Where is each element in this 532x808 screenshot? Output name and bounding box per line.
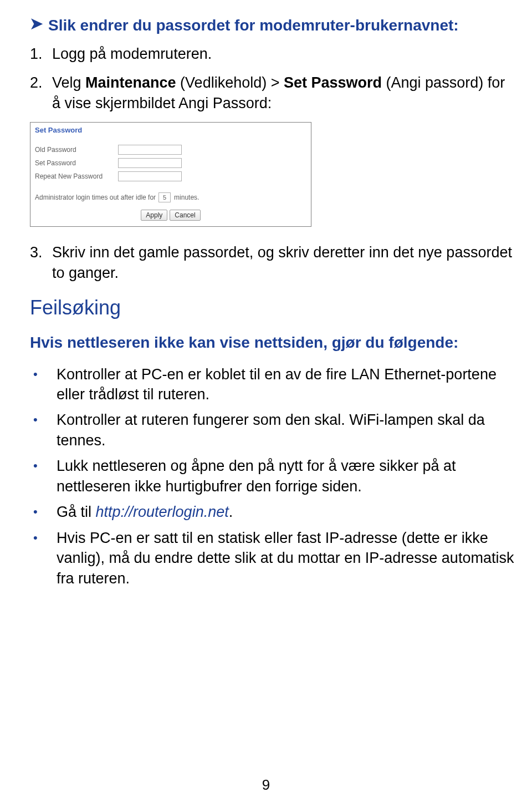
bullet-text: Lukk nettleseren og åpne den på nytt for… xyxy=(57,456,516,496)
list-item: • Hvis PC-en er satt til en statisk elle… xyxy=(30,528,516,588)
step-3: 3. Skriv inn det gamle passordet, og skr… xyxy=(30,242,516,283)
heading-text: Slik endrer du passordet for modemruter-… xyxy=(48,16,459,35)
list-item: • Lukk nettleseren og åpne den på nytt f… xyxy=(30,456,516,496)
step-2: 2. Velg Maintenance (Vedlikehold) > Set … xyxy=(30,73,516,113)
step-text: Skriv inn det gamle passordet, og skriv … xyxy=(52,242,516,283)
list-item: • Kontroller at ruteren fungerer som den… xyxy=(30,410,516,450)
troubleshooting-heading: Feilsøking xyxy=(30,296,516,319)
step-text: Logg på modemruteren. xyxy=(52,44,212,64)
numbered-steps: 1. Logg på modemruteren. 2. Velg Mainten… xyxy=(30,44,516,113)
troubleshoot-bullets: • Kontroller at PC-en er koblet til en a… xyxy=(30,364,516,588)
arrow-right-icon: ➤ xyxy=(30,16,43,33)
set-password-screenshot: Set Password Old Password Set Password R… xyxy=(30,122,311,227)
bullet-icon: • xyxy=(30,364,57,384)
bullet-icon: • xyxy=(30,456,57,475)
field-label: Old Password xyxy=(35,146,118,154)
timeout-input[interactable]: 5 xyxy=(158,192,171,202)
cancel-button[interactable]: Cancel xyxy=(170,210,200,221)
apply-button[interactable]: Apply xyxy=(141,210,167,221)
bullet-text: Kontroller at ruteren fungerer som den s… xyxy=(57,410,516,450)
bullet-icon: • xyxy=(30,528,57,547)
timeout-row: Administrator login times out after idle… xyxy=(30,189,311,206)
step-number: 1. xyxy=(30,44,52,64)
step-text: Velg Maintenance (Vedlikehold) > Set Pas… xyxy=(52,73,516,113)
repeat-password-input[interactable] xyxy=(118,171,182,181)
page-number: 9 xyxy=(0,776,532,794)
panel-title: Set Password xyxy=(30,123,311,136)
list-item: • Gå til http://routerlogin.net. xyxy=(30,502,516,522)
timeout-prefix: Administrator login times out after idle… xyxy=(35,194,156,201)
old-password-input[interactable] xyxy=(118,145,182,155)
bullet-icon: • xyxy=(30,502,57,521)
timeout-suffix: minutes. xyxy=(174,194,199,201)
old-password-row: Old Password xyxy=(30,143,311,156)
step-number: 2. xyxy=(30,73,52,93)
step-1: 1. Logg på modemruteren. xyxy=(30,44,516,64)
routerlogin-link[interactable]: http://routerlogin.net xyxy=(96,504,229,520)
section-heading: ➤ Slik endrer du passordet for modemrute… xyxy=(30,16,516,35)
button-row: Apply Cancel xyxy=(30,206,311,226)
field-label: Set Password xyxy=(35,159,118,167)
bullet-text: Gå til http://routerlogin.net. xyxy=(57,502,233,522)
bullet-text: Hvis PC-en er satt til en statisk eller … xyxy=(57,528,516,588)
set-password-row: Set Password xyxy=(30,156,311,170)
numbered-steps-cont: 3. Skriv inn det gamle passordet, og skr… xyxy=(30,242,516,283)
bullet-icon: • xyxy=(30,410,57,429)
bullet-text: Kontroller at PC-en er koblet til en av … xyxy=(57,364,516,405)
set-password-input[interactable] xyxy=(118,158,182,168)
step-number: 3. xyxy=(30,242,52,262)
list-item: • Kontroller at PC-en er koblet til en a… xyxy=(30,364,516,405)
field-label: Repeat New Password xyxy=(35,172,118,180)
repeat-password-row: Repeat New Password xyxy=(30,170,311,183)
troubleshoot-intro: Hvis nettleseren ikke kan vise nettsiden… xyxy=(30,333,516,353)
